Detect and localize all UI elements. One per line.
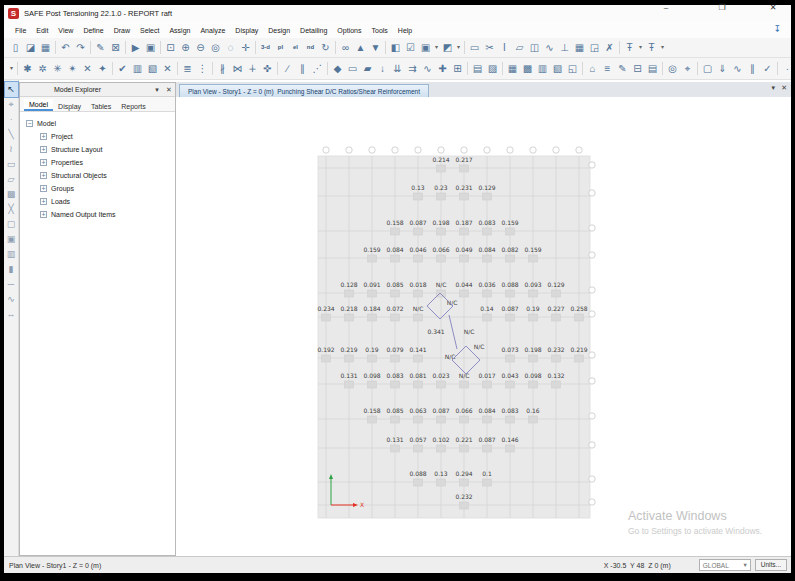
column-support[interactable] bbox=[460, 228, 469, 235]
tab-list-caret-icon[interactable]: ▾ bbox=[772, 84, 776, 92]
snap-to-perpendicular-icon[interactable]: ✕ bbox=[80, 61, 95, 76]
support-icon[interactable]: ⊥ bbox=[557, 40, 572, 55]
paste-assigns-icon[interactable]: ▨ bbox=[485, 61, 500, 76]
column-support[interactable] bbox=[483, 314, 492, 321]
column-support[interactable] bbox=[483, 255, 492, 262]
merge-areas-icon[interactable]: ⋈ bbox=[230, 61, 245, 76]
undo-icon[interactable]: ↶ bbox=[58, 40, 73, 55]
expand-expander-icon[interactable]: + bbox=[40, 159, 47, 166]
column-support[interactable] bbox=[460, 255, 469, 262]
object-display-icon[interactable]: ▣ bbox=[418, 40, 433, 55]
move-objects-icon[interactable]: ✜ bbox=[260, 61, 275, 76]
panel-collapse-icon[interactable]: ▾ bbox=[151, 86, 163, 94]
show-load-assigns-icon[interactable]: ⇓ bbox=[715, 61, 730, 76]
tree-item-named-output-items[interactable]: Named Output Items bbox=[51, 211, 116, 218]
column-support[interactable] bbox=[575, 314, 584, 321]
select-poly-icon[interactable]: ⌖ bbox=[5, 97, 18, 112]
column-support[interactable] bbox=[414, 255, 423, 262]
draw-point-icon[interactable]: ∙ bbox=[5, 112, 18, 127]
column-support[interactable] bbox=[391, 290, 400, 297]
column-support[interactable] bbox=[529, 255, 538, 262]
column-support[interactable] bbox=[368, 355, 377, 362]
select-all-icon[interactable]: ✔ bbox=[115, 61, 130, 76]
column-support[interactable] bbox=[414, 314, 423, 321]
column-support[interactable] bbox=[414, 479, 423, 486]
column-support[interactable] bbox=[368, 255, 377, 262]
assign-frame-icon[interactable]: ▭ bbox=[345, 61, 360, 76]
column-support[interactable] bbox=[506, 445, 515, 452]
column-support[interactable] bbox=[483, 381, 492, 388]
measure-icon[interactable]: ⌖ bbox=[680, 61, 695, 76]
detailing-icon[interactable]: ⌂ bbox=[585, 61, 600, 76]
select-pointer-icon[interactable]: ↖ bbox=[5, 82, 18, 97]
collapse-expander-icon[interactable]: − bbox=[26, 120, 33, 127]
run-analysis-icon[interactable]: ▶ bbox=[128, 40, 143, 55]
tree-item-structure-layout[interactable]: Structure Layout bbox=[51, 146, 102, 153]
column-support[interactable] bbox=[529, 381, 538, 388]
lock-model-icon[interactable]: ⊠ bbox=[108, 40, 123, 55]
snap-to-points-icon[interactable]: ✱ bbox=[20, 61, 35, 76]
download-icon[interactable]: ↧ bbox=[773, 24, 781, 34]
expand-expander-icon[interactable]: + bbox=[40, 185, 47, 192]
menu-define[interactable]: Define bbox=[78, 25, 108, 36]
table-icon[interactable]: ▦ bbox=[572, 40, 587, 55]
column-support[interactable] bbox=[506, 255, 515, 262]
elevation-view-icon[interactable]: el bbox=[288, 40, 303, 55]
column-support[interactable] bbox=[460, 290, 469, 297]
column-support[interactable] bbox=[460, 193, 469, 200]
menu-display[interactable]: Display bbox=[230, 25, 263, 36]
column-support[interactable] bbox=[460, 381, 469, 388]
column-support[interactable] bbox=[345, 381, 354, 388]
full-view-icon[interactable]: ◎ bbox=[208, 40, 223, 55]
up-one-story-icon[interactable]: ▲ bbox=[353, 40, 368, 55]
assign-display-icon[interactable]: ◩ bbox=[440, 40, 455, 55]
show-tables-icon[interactable]: ▦ bbox=[505, 61, 520, 76]
column-support[interactable] bbox=[506, 355, 515, 362]
column-support[interactable] bbox=[391, 255, 400, 262]
draw-quick-area-icon[interactable]: ▱ bbox=[5, 172, 18, 187]
run-options-icon[interactable]: ▣ bbox=[143, 40, 158, 55]
plan-view-icon[interactable]: pl bbox=[273, 40, 288, 55]
menu-draw[interactable]: Draw bbox=[109, 25, 135, 36]
assign-display-caret-icon[interactable]: ▾ bbox=[455, 40, 462, 55]
menu-options[interactable]: Options bbox=[332, 25, 366, 36]
column-support[interactable] bbox=[414, 228, 423, 235]
column-support[interactable] bbox=[368, 381, 377, 388]
assign-area-load-icon[interactable]: ⇉ bbox=[405, 61, 420, 76]
design-strip-icon[interactable]: Ŧ bbox=[644, 40, 659, 55]
draw-pen-icon[interactable]: ✎ bbox=[93, 40, 108, 55]
zoom-in-icon[interactable]: ⊕ bbox=[178, 40, 193, 55]
sheet-layout-icon[interactable]: ⊟ bbox=[630, 61, 645, 76]
column-support[interactable] bbox=[460, 445, 469, 452]
point-style-icon[interactable]: ∙ bbox=[780, 61, 791, 76]
save-model-icon[interactable]: ▦ bbox=[38, 40, 53, 55]
draw-dimension-icon[interactable]: ↔ bbox=[5, 307, 18, 322]
column-support[interactable] bbox=[483, 228, 492, 235]
column-support[interactable] bbox=[483, 445, 492, 452]
zoom-out-icon[interactable]: ⊖ bbox=[193, 40, 208, 55]
column-support[interactable] bbox=[460, 479, 469, 486]
restore-button[interactable]: ❐ bbox=[714, 3, 730, 12]
copy-assigns-icon[interactable]: ▤ bbox=[470, 61, 485, 76]
report-writer-icon[interactable]: ▥ bbox=[535, 61, 550, 76]
column-support[interactable] bbox=[391, 416, 400, 423]
search-icon[interactable]: ◎ bbox=[665, 61, 680, 76]
column-support[interactable] bbox=[437, 416, 446, 423]
tab-tables[interactable]: Tables bbox=[86, 101, 116, 111]
object-display-caret-icon[interactable]: ▾ bbox=[433, 40, 440, 55]
display-options-icon[interactable]: ☑ bbox=[403, 40, 418, 55]
design-beam-icon[interactable]: Ŧ bbox=[622, 40, 637, 55]
insert-object-icon[interactable]: ✚ bbox=[435, 61, 450, 76]
wall-props-icon[interactable]: ◫ bbox=[527, 40, 542, 55]
tree-item-structural-objects[interactable]: Structural Objects bbox=[51, 172, 107, 179]
column-support[interactable] bbox=[437, 445, 446, 452]
column-support[interactable] bbox=[414, 416, 423, 423]
previous-zoom-icon[interactable]: ◌ bbox=[223, 40, 238, 55]
column-support[interactable] bbox=[575, 355, 584, 362]
column-support[interactable] bbox=[506, 416, 515, 423]
draw-opening-icon[interactable]: ▣ bbox=[5, 232, 18, 247]
show-undeformed-icon[interactable]: ▢ bbox=[700, 61, 715, 76]
menu-edit[interactable]: Edit bbox=[31, 25, 53, 36]
column-support[interactable] bbox=[437, 381, 446, 388]
tree-item-model[interactable]: Model bbox=[37, 120, 56, 127]
